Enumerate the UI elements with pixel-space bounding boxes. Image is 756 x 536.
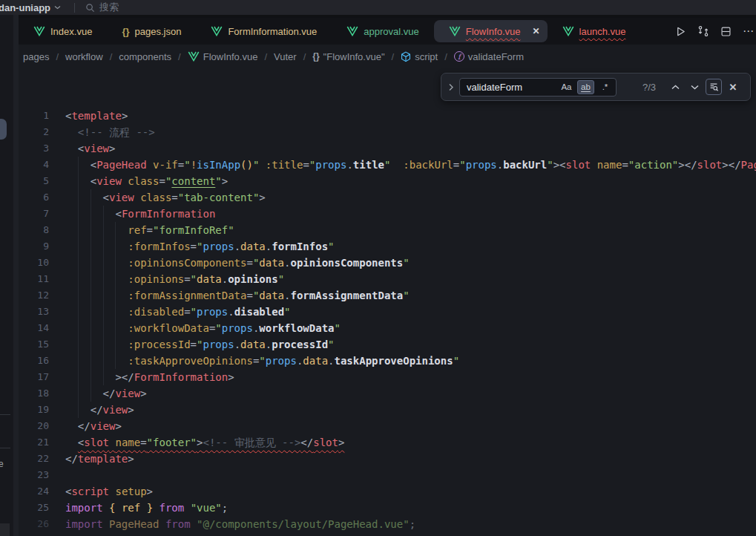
code-line-22[interactable]: 22</template>	[19, 451, 756, 467]
tab-index-vue[interactable]: Index.vue	[19, 20, 107, 42]
code-line-1[interactable]: 1<template>	[19, 108, 756, 124]
use-regex-toggle[interactable]: .*	[596, 80, 614, 94]
breadcrumb-item-workflow[interactable]: workflow	[65, 51, 103, 62]
line-number[interactable]: 20	[19, 418, 49, 434]
braces-icon: {}	[312, 51, 319, 62]
line-number[interactable]: 11	[19, 271, 49, 287]
sidebar-drag-handle[interactable]	[0, 119, 7, 140]
line-number[interactable]: 1	[19, 108, 49, 124]
code-line-9[interactable]: 9 :formInfos="props.data.formInfos"	[19, 238, 756, 255]
code-line-10[interactable]: 10 :opinionsComponents="data.opinionsCom…	[19, 255, 756, 271]
close-tab-icon[interactable]: ✕	[532, 26, 539, 36]
code-line-6[interactable]: 6 <view class="tab-content">	[19, 189, 756, 206]
code-line-15[interactable]: 15 :processId="props.data.processId"	[19, 336, 756, 353]
method-icon: f	[454, 51, 464, 62]
tab-pages-json[interactable]: {}pages.json	[107, 20, 196, 42]
tab-flowinfo-vue[interactable]: FlowInfo.vue✕	[434, 20, 548, 42]
line-number[interactable]: 8	[19, 222, 49, 238]
code-line-25[interactable]: 25import { ref } from "vue";	[19, 500, 756, 516]
line-number[interactable]: 10	[19, 255, 49, 271]
run-icon[interactable]	[675, 26, 686, 37]
code-line-19[interactable]: 19 </view>	[19, 402, 756, 418]
breadcrumb-item-validateform[interactable]: fvalidateForm	[454, 51, 524, 62]
code-line-4[interactable]: 4 <PageHead v-if="!isInApp()" :title="pr…	[19, 157, 756, 173]
more-actions-icon[interactable]: ⋯	[743, 24, 755, 38]
next-match-chevron-down-icon[interactable]	[686, 79, 703, 95]
breadcrumb-item--flowinfo-vue-[interactable]: {}"FlowInfo.vue"	[312, 51, 384, 62]
breadcrumb-label: validateForm	[468, 51, 524, 62]
indent-guide	[115, 238, 116, 255]
project-menu[interactable]: dan-uniapp	[0, 2, 61, 13]
line-number[interactable]: 17	[19, 369, 49, 385]
indent-guide	[78, 385, 79, 402]
line-number[interactable]: 21	[19, 434, 49, 451]
code-line-17[interactable]: 17 ></FormInformation>	[19, 369, 756, 385]
line-number[interactable]: 16	[19, 353, 49, 369]
indent-guide	[91, 320, 91, 336]
line-number[interactable]: 7	[19, 206, 49, 222]
toggle-replace-chevron-right-icon[interactable]	[441, 83, 459, 91]
tab-launch-vue[interactable]: launch.vue	[548, 20, 641, 42]
code-text: <template>	[49, 110, 128, 122]
breadcrumb-item-pages[interactable]: pages	[23, 51, 49, 62]
line-number[interactable]: 14	[19, 320, 49, 336]
line-number[interactable]: 18	[19, 385, 49, 402]
breadcrumb: pages/workflow/components/FlowInfo.vue/V…	[19, 45, 756, 68]
indent-guide	[103, 255, 104, 271]
line-number[interactable]: 4	[19, 157, 49, 173]
find-input[interactable]: validateForm Aaab.*	[459, 78, 617, 97]
sidebar-resize-sash[interactable]	[13, 15, 19, 536]
line-number[interactable]: 2	[19, 124, 49, 140]
line-number[interactable]: 24	[19, 483, 49, 500]
code-line-7[interactable]: 7 <FormInformation	[19, 206, 756, 222]
line-number[interactable]: 26	[19, 516, 49, 532]
breadcrumb-item-components[interactable]: components	[119, 51, 171, 62]
line-number[interactable]: 9	[19, 238, 49, 255]
previous-match-chevron-up-icon[interactable]	[667, 79, 683, 95]
line-number[interactable]: 6	[19, 189, 49, 206]
code-line-8[interactable]: 8 ref="formInfoRef"	[19, 222, 756, 238]
global-search[interactable]: 搜索	[85, 1, 119, 14]
code-line-18[interactable]: 18 </view>	[19, 385, 756, 402]
code-line-20[interactable]: 20 </view>	[19, 418, 756, 434]
tab-label: launch.vue	[579, 26, 626, 37]
code-line-11[interactable]: 11 :opinions="data.opinions"	[19, 271, 756, 287]
line-number[interactable]: 13	[19, 304, 49, 320]
line-number[interactable]: 3	[19, 140, 49, 157]
find-in-selection-icon[interactable]	[706, 79, 722, 95]
tab-forminformation-vue[interactable]: FormInformation.vue	[196, 20, 332, 42]
tab-approval-vue[interactable]: approval.vue	[332, 20, 433, 42]
line-number[interactable]: 23	[19, 467, 49, 483]
code-line-21[interactable]: 21 <slot name="footer"><!-- 审批意见 --></sl…	[19, 434, 756, 451]
code-line-5[interactable]: 5 <view class="content">	[19, 173, 756, 189]
whole-word-toggle[interactable]: ab	[577, 80, 594, 94]
code-line-24[interactable]: 24<script setup>	[19, 483, 756, 500]
close-find-icon[interactable]: ✕	[725, 79, 741, 95]
line-number[interactable]: 25	[19, 500, 49, 516]
line-number[interactable]: 22	[19, 451, 49, 467]
line-number[interactable]: 5	[19, 173, 49, 189]
line-number[interactable]: 15	[19, 336, 49, 353]
breadcrumb-item-vuter[interactable]: Vuter	[274, 51, 297, 62]
code-line-14[interactable]: 14 :workflowData="props.workflowData"	[19, 320, 756, 336]
code-line-23[interactable]: 23	[19, 467, 756, 483]
indent-guide	[91, 222, 91, 238]
code-line-12[interactable]: 12 :formAssignmentData="data.formAssignm…	[19, 287, 756, 304]
code-line-26[interactable]: 26import PageHead from "@/components/lay…	[19, 516, 756, 532]
split-editor-icon[interactable]	[720, 26, 732, 37]
code-line-3[interactable]: 3 <view>	[19, 140, 756, 157]
breadcrumb-item-flowinfo-vue[interactable]: FlowInfo.vue	[188, 51, 258, 62]
match-case-toggle[interactable]: Aa	[558, 80, 575, 94]
code-editor[interactable]: 1<template>2 <!-- 流程 -->3 <view>4 <PageH…	[19, 68, 756, 536]
indent-guide	[78, 271, 79, 287]
code-text: :taskApproveOpinions="props.data.taskApp…	[49, 355, 459, 367]
breadcrumb-item-script[interactable]: script	[401, 51, 438, 62]
line-number[interactable]: 19	[19, 402, 49, 418]
line-number[interactable]: 12	[19, 287, 49, 304]
compare-changes-icon[interactable]	[697, 25, 709, 37]
code-line-13[interactable]: 13 :disabled="props.disabled"	[19, 304, 756, 320]
code-line-16[interactable]: 16 :taskApproveOpinions="props.data.task…	[19, 353, 756, 369]
code-text: <slot name="footer"><!-- 审批意见 --></slot>	[49, 437, 344, 448]
code-text: import { ref } from "vue";	[49, 502, 228, 514]
code-line-2[interactable]: 2 <!-- 流程 -->	[19, 124, 756, 140]
